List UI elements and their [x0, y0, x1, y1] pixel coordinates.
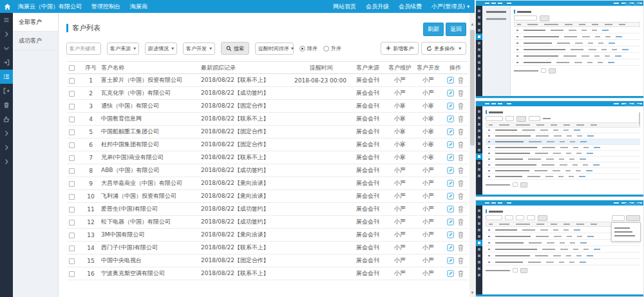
nav-admin-console[interactable]: 管理控制台 [91, 3, 120, 11]
delete-button[interactable] [458, 102, 464, 110]
delete-button[interactable] [458, 193, 464, 200]
search-button[interactable]: 搜索 [221, 42, 249, 55]
delete-button[interactable] [458, 218, 464, 225]
row-checkbox[interactable] [69, 155, 75, 161]
edit-button[interactable] [447, 167, 454, 174]
customer-name: 富士胶片（中国）投资有限公司 [99, 74, 199, 87]
select-all-checkbox[interactable] [69, 65, 75, 71]
vertical-scrollbar[interactable]: ▲ ▼ [469, 13, 475, 297]
edit-button[interactable] [447, 270, 454, 277]
remind-time-cell: 2018-08-23 00:00 [293, 74, 350, 87]
more-actions-button[interactable]: 更多操作 ▼ [421, 42, 466, 55]
sort-desc-radio[interactable]: 降序 [299, 45, 317, 52]
source-select[interactable]: 客户来源 ▼ [107, 43, 139, 55]
edit-button[interactable] [447, 102, 454, 110]
edit-button[interactable] [447, 257, 454, 264]
delete-button[interactable] [458, 90, 464, 97]
edit-button[interactable] [447, 206, 454, 213]
preview-subsidebar [482, 6, 511, 96]
nav-member-upgrade[interactable]: 会员升级 [366, 3, 389, 11]
sidebar-chevron-right-icon[interactable] [0, 140, 13, 155]
sidebar-item-success-customers[interactable]: 成功客户 [13, 32, 58, 50]
row-checkbox[interactable] [69, 194, 75, 200]
edit-button[interactable] [447, 231, 454, 238]
edit-button[interactable] [447, 141, 454, 148]
row-checkbox[interactable] [69, 207, 75, 213]
row-checkbox[interactable] [69, 233, 75, 238]
row-checkbox[interactable] [69, 142, 75, 148]
delete-button[interactable] [458, 231, 464, 238]
delete-button[interactable] [458, 128, 464, 135]
customer-developer: 小严 [414, 164, 442, 177]
sidebar-sign-in-icon[interactable] [0, 55, 13, 70]
row-checkbox[interactable] [69, 181, 75, 187]
customer-developer: 小寒 [414, 139, 442, 151]
customer-name: 中国教育信息网 [99, 113, 199, 126]
delete-button[interactable] [458, 180, 464, 187]
sidebar-chevron-right-icon[interactable] [0, 155, 13, 169]
row-checkbox[interactable] [69, 78, 75, 84]
home-icon[interactable] [0, 0, 14, 13]
table-row: 2瓦克化学（中国）有限公司2018/08/22【成功签约】展会会刊小严小严 [67, 87, 468, 100]
edit-button[interactable] [447, 193, 454, 200]
nav-member-renew[interactable]: 会员续费 [399, 3, 422, 11]
sidebar-trash-icon[interactable] [0, 98, 13, 112]
delete-button[interactable] [458, 244, 464, 251]
edit-button[interactable] [447, 180, 454, 187]
delete-button[interactable] [458, 206, 464, 213]
delete-button[interactable] [458, 141, 464, 148]
row-checkbox[interactable] [69, 271, 75, 277]
row-checkbox[interactable] [69, 117, 75, 122]
edit-icon [447, 115, 454, 122]
nav-site-home[interactable]: 网站首页 [333, 3, 356, 11]
edit-button[interactable] [447, 77, 454, 84]
search-icon [226, 46, 232, 52]
sidebar-chevron-right-icon[interactable] [0, 126, 13, 140]
scroll-up-icon[interactable]: ▲ [469, 21, 475, 27]
delete-button[interactable] [458, 257, 464, 264]
edit-button[interactable] [447, 154, 454, 161]
row-checkbox[interactable] [69, 91, 75, 97]
row-checkbox[interactable] [69, 129, 75, 135]
keyword-input[interactable] [66, 43, 101, 55]
scrollbar-thumb[interactable] [470, 30, 475, 146]
delete-button[interactable] [458, 270, 464, 277]
customer-developer: 小严 [414, 242, 442, 254]
sort-select[interactable]: 提醒时间排序 ▼ [255, 43, 294, 55]
sidebar-menu-icon[interactable] [0, 13, 13, 27]
customer-source: 展会会刊 [350, 126, 386, 139]
user-menu[interactable]: 小严(管理员) ▼ [431, 3, 469, 11]
edit-button[interactable] [447, 244, 454, 251]
followup-select[interactable]: 跟进情况 ▼ [145, 43, 177, 55]
scroll-down-icon[interactable]: ▼ [469, 289, 475, 296]
delete-button[interactable] [458, 77, 464, 84]
row-no: 9 [82, 177, 99, 190]
edit-button[interactable] [447, 128, 454, 135]
customer-name: 兄弟(中国)商业有限公司 [99, 151, 199, 164]
add-customer-button[interactable]: + 新增客户 [381, 42, 419, 55]
nav-company[interactable]: 淘展云（中国）有限公司 [18, 3, 82, 11]
edit-button[interactable] [447, 90, 454, 97]
delete-button[interactable] [458, 115, 464, 122]
row-checkbox[interactable] [69, 258, 75, 264]
sidebar-customer-list-icon[interactable] [0, 70, 13, 84]
delete-button[interactable] [458, 167, 464, 174]
edit-button[interactable] [447, 218, 454, 225]
row-checkbox[interactable] [69, 245, 75, 251]
refresh-button[interactable]: 刷新 [423, 23, 444, 36]
sidebar-sign-out-icon[interactable] [0, 84, 13, 98]
nav-merchant[interactable]: 淘展商 [130, 3, 147, 11]
sidebar-item-all-customers[interactable]: 全部客户 [13, 13, 58, 32]
sidebar-thumbs-up-icon[interactable] [0, 112, 13, 126]
sidebar-chevron-down-icon[interactable] [0, 41, 13, 55]
preview-filter-bar [486, 214, 640, 222]
row-checkbox[interactable] [69, 104, 75, 110]
delete-button[interactable] [458, 154, 464, 161]
row-checkbox[interactable] [69, 168, 75, 174]
sort-asc-radio[interactable]: 升序 [323, 45, 341, 52]
row-checkbox[interactable] [69, 220, 75, 225]
sidebar-chevron-right-icon[interactable] [0, 27, 13, 41]
edit-button[interactable] [447, 115, 454, 122]
develop-select[interactable]: 客户开发 ▼ [183, 43, 215, 55]
back-button[interactable]: 返回 [446, 23, 466, 36]
